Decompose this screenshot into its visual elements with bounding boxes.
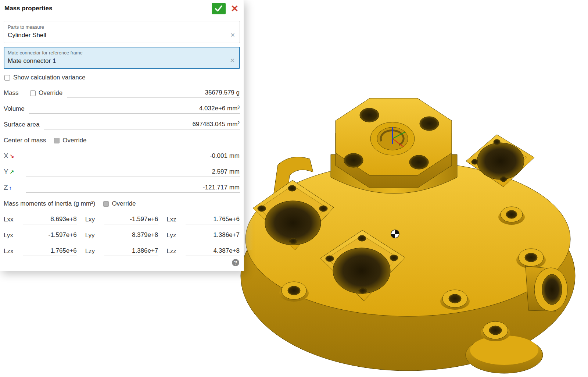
com-y-row: Y ↗ 2.597 mm — [4, 161, 240, 177]
center-of-mass-row: Center of mass Override — [4, 129, 240, 145]
inertia-matrix: Lxx8.693e+8 Lxy-1.597e+6 Lxz1.765e+6 Lyx… — [4, 209, 240, 256]
override-label: Override — [62, 137, 86, 144]
axis-z-arrow-icon: ↑ — [9, 185, 12, 191]
center-of-mass-marker — [391, 230, 399, 238]
parts-field-value: Cylinder Shell — [8, 32, 227, 39]
dialog-title: Mass properties — [4, 5, 212, 12]
model-top-flange — [336, 98, 452, 188]
inertia-cell-lzy: Lzy1.386e+7 — [85, 240, 159, 256]
inertia-cell-lzz: Lzz4.387e+8 — [166, 240, 240, 256]
override-label: Override — [39, 89, 62, 97]
clear-icon[interactable]: ✕ — [230, 32, 235, 39]
axis-x-arrow-icon: ↘ — [10, 153, 14, 160]
volume-row: Volume 4.032e+6 mm³ — [4, 98, 240, 114]
mass-override-checkbox[interactable]: Override — [30, 89, 62, 98]
confirm-button[interactable] — [212, 3, 226, 14]
mass-label: Mass — [4, 89, 26, 98]
com-y-value: 2.597 mm — [26, 168, 240, 177]
inertia-cell-lzx: Lzx1.765e+6 — [4, 240, 77, 256]
axis-y-label: Y ↗ — [4, 168, 21, 177]
dialog-body: Parts to measure Cylinder Shell ✕ Mate c… — [0, 17, 244, 271]
mate-connector-field[interactable]: Mate connector for reference frame Mate … — [4, 47, 240, 69]
help-icon[interactable]: ? — [232, 259, 239, 266]
mass-properties-dialog: Mass properties ✕ Parts to measure Cylin… — [0, 0, 244, 271]
clear-icon[interactable]: ✕ — [230, 57, 235, 64]
axis-y-arrow-icon: ↗ — [10, 169, 14, 175]
checkbox-icon[interactable] — [4, 75, 10, 81]
inertia-cell-lyx: Lyx-1.597e+6 — [4, 224, 77, 240]
com-x-value: -0.001 mm — [26, 152, 240, 161]
checkbox-icon[interactable] — [30, 90, 36, 96]
center-of-mass-label: Center of mass — [4, 137, 46, 145]
mass-value: 35679.579 g — [67, 89, 240, 98]
show-variance-checkbox[interactable]: Show calculation variance — [4, 74, 240, 81]
com-override-checkbox: Override — [54, 137, 86, 145]
volume-value: 4.032e+6 mm³ — [29, 105, 240, 114]
inertia-cell-lyz: Lyz1.386e+7 — [166, 224, 240, 240]
inertia-override-checkbox: Override — [103, 200, 136, 209]
surface-area-label: Surface area — [4, 121, 39, 129]
inertia-cell-lxx: Lxx8.693e+8 — [4, 209, 77, 224]
com-z-value: -121.717 mm — [26, 184, 240, 193]
model-side-boss — [526, 266, 567, 311]
variance-label: Show calculation variance — [13, 74, 86, 81]
inertia-label: Mass moments of inertia (g mm²) — [4, 200, 95, 209]
mate-field-label: Mate connector for reference frame — [8, 50, 227, 56]
inertia-cell-lyy: Lyy8.379e+8 — [85, 224, 159, 240]
com-x-row: X ↘ -0.001 mm — [4, 145, 240, 161]
parts-field-label: Parts to measure — [8, 24, 227, 30]
inertia-cell-lxz: Lxz1.765e+6 — [166, 209, 240, 224]
axis-z-label: Z ↑ — [4, 184, 21, 193]
surface-area-value: 697483.045 mm² — [44, 121, 240, 129]
com-z-row: Z ↑ -121.717 mm — [4, 177, 240, 193]
parts-to-measure-field[interactable]: Parts to measure Cylinder Shell ✕ — [4, 21, 240, 43]
inertia-cell-lxy: Lxy-1.597e+6 — [85, 209, 159, 224]
dialog-header[interactable]: Mass properties ✕ — [0, 0, 244, 17]
override-label: Override — [112, 200, 136, 207]
check-icon — [215, 5, 223, 12]
axis-x-label: X ↘ — [4, 152, 21, 161]
inertia-header-row: Mass moments of inertia (g mm²) Override — [4, 193, 240, 209]
close-button[interactable]: ✕ — [230, 4, 239, 13]
surface-area-row: Surface area 697483.045 mm² — [4, 114, 240, 129]
checkbox-icon — [103, 201, 109, 207]
mass-row: Mass Override 35679.579 g — [4, 82, 240, 98]
checkbox-icon — [54, 138, 60, 143]
volume-label: Volume — [4, 105, 25, 114]
mate-field-value: Mate connector 1 — [8, 57, 227, 65]
